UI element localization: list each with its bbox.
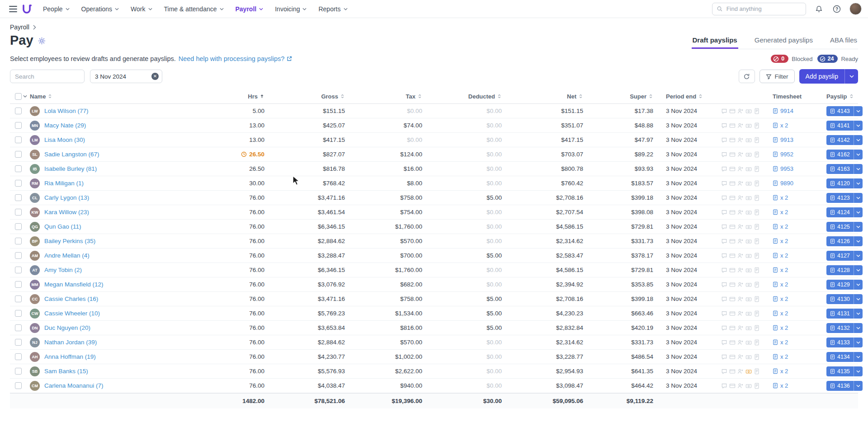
breadcrumb-payroll[interactable]: Payroll [10, 23, 29, 31]
table-search-input[interactable] [10, 70, 85, 83]
payslip-dropdown[interactable] [854, 236, 863, 246]
employee-name-link[interactable]: Cassie Charles (16) [44, 295, 98, 302]
payslip-dropdown[interactable] [854, 338, 863, 347]
row-checkbox[interactable] [15, 194, 22, 201]
timesheet-link[interactable]: x 2 [766, 368, 819, 375]
employee-name-link[interactable]: Isabelle Burley (81) [44, 165, 97, 172]
payslip-button[interactable]: 4130 [826, 294, 854, 304]
column-header-payslip[interactable]: Payslip [819, 93, 858, 100]
payslip-button[interactable]: 4163 [826, 164, 854, 174]
row-checkbox[interactable] [15, 122, 22, 129]
refresh-button[interactable] [739, 70, 755, 83]
payslip-button[interactable]: 4135 [826, 366, 854, 376]
employee-name-link[interactable]: Cassie Wheeler (10) [44, 310, 100, 317]
payslip-dropdown[interactable] [854, 352, 863, 362]
row-checkbox[interactable] [15, 136, 22, 143]
payslip-dropdown[interactable] [854, 265, 863, 275]
payslip-dropdown[interactable] [854, 178, 863, 188]
timesheet-link[interactable]: 9913 [766, 136, 819, 143]
payslip-button[interactable]: 4123 [826, 193, 854, 203]
tab-aba-files[interactable]: ABA files [829, 32, 858, 49]
row-checkbox[interactable] [15, 339, 22, 346]
payslip-dropdown[interactable] [854, 150, 863, 159]
timesheet-link[interactable]: x 2 [766, 194, 819, 201]
employee-name-link[interactable]: Sam Banks (15) [44, 368, 88, 375]
row-checkbox[interactable] [15, 353, 22, 360]
timesheet-link[interactable]: x 2 [766, 281, 819, 288]
timesheet-link[interactable]: x 2 [766, 295, 819, 302]
payslip-dropdown[interactable] [854, 280, 863, 290]
nav-item-work[interactable]: Work [125, 0, 158, 18]
payslip-button[interactable]: 4125 [826, 222, 854, 232]
payslip-button[interactable]: 4133 [826, 338, 854, 347]
employee-name-link[interactable]: Andre Mellan (4) [44, 252, 90, 259]
nav-item-operations[interactable]: Operations [75, 0, 125, 18]
row-checkbox[interactable] [15, 382, 22, 389]
payslip-button[interactable]: 4131 [826, 309, 854, 319]
settings-gear-icon[interactable] [38, 37, 46, 45]
timesheet-link[interactable]: x 2 [766, 382, 819, 389]
payslip-button[interactable]: 4136 [826, 381, 854, 391]
clear-date-icon[interactable]: ✕ [151, 73, 159, 80]
employee-name-link[interactable]: Anna Hoffman (19) [44, 353, 96, 360]
payslip-button[interactable]: 4142 [826, 135, 854, 145]
payslip-button[interactable]: 4162 [826, 150, 854, 159]
column-header-deducted[interactable]: Deducted [428, 93, 507, 100]
ready-badge[interactable]: 24 [817, 55, 838, 63]
timesheet-link[interactable]: x 2 [766, 267, 819, 273]
payslip-dropdown[interactable] [854, 222, 863, 232]
row-checkbox[interactable] [15, 180, 22, 187]
nav-item-payroll[interactable]: Payroll [230, 0, 269, 18]
row-checkbox[interactable] [15, 324, 22, 331]
payslip-button[interactable]: 4129 [826, 280, 854, 290]
global-search[interactable] [712, 3, 806, 15]
filter-button[interactable]: Filter [760, 70, 795, 83]
help-processing-link[interactable]: Need help with processing payslips? [179, 55, 292, 62]
global-search-input[interactable] [726, 5, 801, 13]
payslip-dropdown[interactable] [854, 193, 863, 203]
payslip-button[interactable]: 4141 [826, 121, 854, 131]
payslip-dropdown[interactable] [854, 106, 863, 116]
timesheet-link[interactable]: x 2 [766, 238, 819, 244]
payslip-dropdown[interactable] [854, 323, 863, 333]
row-checkbox[interactable] [15, 267, 22, 273]
timesheet-link[interactable]: x 2 [766, 339, 819, 346]
timesheet-link[interactable]: x 2 [766, 324, 819, 331]
row-checkbox[interactable] [15, 108, 22, 114]
payslip-button[interactable]: 4127 [826, 251, 854, 261]
payslip-dropdown[interactable] [854, 366, 863, 376]
nav-item-reports[interactable]: Reports [312, 0, 353, 18]
row-checkbox[interactable] [15, 151, 22, 158]
row-checkbox[interactable] [15, 223, 22, 230]
employee-name-link[interactable]: Qun Gao (11) [44, 223, 81, 230]
pay-date-filter[interactable]: 3 Nov 2024 ✕ [90, 70, 162, 83]
employee-name-link[interactable]: Carly Lygon (13) [44, 194, 89, 201]
nav-item-invoicing[interactable]: Invoicing [269, 0, 312, 18]
employee-name-link[interactable]: Ria Miligan (1) [44, 180, 84, 187]
timesheet-link[interactable]: x 2 [766, 209, 819, 216]
row-checkbox[interactable] [15, 368, 22, 375]
payslip-dropdown[interactable] [854, 164, 863, 174]
column-header-name[interactable]: Name [30, 93, 179, 100]
column-header-tax[interactable]: Tax [350, 93, 428, 100]
column-header-hrs[interactable]: Hrs [179, 93, 270, 100]
payslip-button[interactable]: 4126 [826, 236, 854, 246]
select-all-checkbox[interactable] [15, 93, 22, 100]
timesheet-link[interactable]: 9953 [766, 165, 819, 172]
column-header-super[interactable]: Super [589, 93, 659, 100]
add-payslip-dropdown[interactable] [844, 69, 858, 84]
payslip-dropdown[interactable] [854, 121, 863, 131]
payslip-button[interactable]: 4124 [826, 207, 854, 217]
help-icon[interactable]: ? [831, 4, 842, 14]
employee-name-link[interactable]: Kara Willow (23) [44, 209, 89, 216]
column-header-net[interactable]: Net [507, 93, 589, 100]
menu-icon[interactable] [6, 2, 20, 16]
select-all-dropdown-icon[interactable] [23, 95, 27, 98]
employee-name-link[interactable]: Bailey Perkins (35) [44, 238, 95, 244]
employee-name-link[interactable]: Sadie Langston (67) [44, 151, 99, 158]
tab-generated-payslips[interactable]: Generated payslips [754, 32, 814, 49]
employee-name-link[interactable]: Duc Nguyen (20) [44, 324, 90, 331]
payslip-button[interactable]: 4120 [826, 178, 854, 188]
payslip-dropdown[interactable] [854, 251, 863, 261]
payslip-dropdown[interactable] [854, 381, 863, 391]
